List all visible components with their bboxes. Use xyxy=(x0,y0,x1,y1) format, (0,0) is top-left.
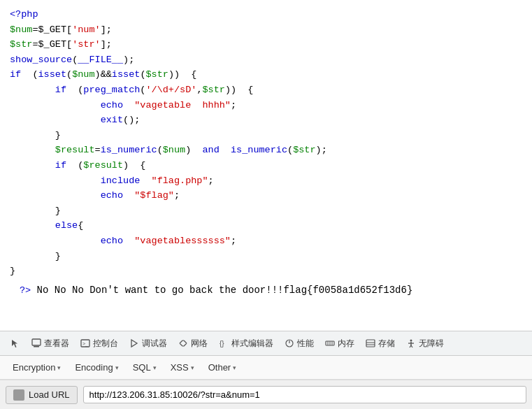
load-url-icon xyxy=(13,389,24,401)
sql-dropdown[interactable]: SQL ▾ xyxy=(127,360,162,375)
style-icon: {} xyxy=(219,338,229,348)
xss-arrow: ▾ xyxy=(191,364,194,371)
other-label: Other xyxy=(208,362,231,373)
accessibility-icon xyxy=(406,338,416,348)
inspector-icon xyxy=(31,338,41,348)
devtool-debugger[interactable]: 调试器 xyxy=(124,335,172,352)
encoding-arrow: ▾ xyxy=(115,364,119,371)
devtool-memory[interactable]: 内存 xyxy=(320,335,359,352)
console-label: 控制台 xyxy=(93,338,118,350)
load-url-button[interactable]: Load URL xyxy=(6,386,78,404)
xss-dropdown[interactable]: XSS ▾ xyxy=(165,360,200,375)
encryption-arrow: ▾ xyxy=(57,364,61,371)
devtool-cursor[interactable] xyxy=(6,336,25,351)
memory-label: 内存 xyxy=(338,338,354,350)
network-icon xyxy=(178,338,188,348)
code-display: <?php $num=$_GET['num']; $str=$_GET['str… xyxy=(0,0,532,331)
xss-label: XSS xyxy=(171,362,189,373)
debugger-icon xyxy=(129,338,139,348)
svg-marker-5 xyxy=(131,340,137,347)
encryption-label: Encryption xyxy=(13,362,55,373)
network-label: 网络 xyxy=(191,338,208,350)
php-close-tag: ?> xyxy=(20,285,31,296)
svg-text:{}: {} xyxy=(220,340,224,347)
devtool-style-editor[interactable]: {} 样式编辑器 xyxy=(214,335,278,352)
devtool-performance[interactable]: 性能 xyxy=(280,335,319,352)
load-url-label: Load URL xyxy=(29,389,70,400)
console-icon: >_ xyxy=(80,338,90,348)
encoding-dropdown[interactable]: Encoding ▾ xyxy=(69,360,124,375)
code-block: <?php $num=$_GET['num']; $str=$_GET['str… xyxy=(10,7,522,279)
output-message: No No No Don't want to go back the door!… xyxy=(31,285,412,296)
accessibility-label: 无障碍 xyxy=(419,338,444,350)
style-label: 样式编辑器 xyxy=(231,338,273,350)
other-dropdown[interactable]: Other ▾ xyxy=(203,360,243,375)
svg-rect-1 xyxy=(32,339,41,345)
svg-rect-12 xyxy=(366,340,375,347)
toolbar-bar: Encryption ▾ Encoding ▾ SQL ▾ XSS ▾ Othe… xyxy=(0,356,532,380)
devtool-storage[interactable]: 存储 xyxy=(361,335,400,352)
performance-icon xyxy=(285,338,294,348)
devtool-inspector[interactable]: 查看器 xyxy=(27,335,74,352)
sql-arrow: ▾ xyxy=(153,364,157,371)
sql-label: SQL xyxy=(133,362,151,373)
encoding-label: Encoding xyxy=(75,362,113,373)
memory-icon xyxy=(325,338,335,348)
svg-line-19 xyxy=(411,345,412,347)
devtool-console[interactable]: >_ 控制台 xyxy=(76,335,123,352)
cursor-icon xyxy=(10,338,20,348)
svg-marker-0 xyxy=(12,340,17,347)
storage-label: 存储 xyxy=(378,338,395,350)
storage-icon xyxy=(366,338,375,348)
debugger-label: 调试器 xyxy=(142,338,167,350)
devtool-accessibility[interactable]: 无障碍 xyxy=(401,335,449,352)
svg-text:>_: >_ xyxy=(82,341,88,347)
performance-label: 性能 xyxy=(297,338,314,350)
devtool-network[interactable]: 网络 xyxy=(173,335,213,352)
output-line: ?> No No No Don't want to go back the do… xyxy=(10,279,522,305)
url-bar: Load URL xyxy=(0,380,532,409)
inspector-label: 查看器 xyxy=(44,338,69,350)
encryption-dropdown[interactable]: Encryption ▾ xyxy=(7,360,66,375)
devtools-bar: 查看器 >_ 控制台 调试器 网络 {} xyxy=(0,331,532,356)
svg-point-15 xyxy=(410,340,412,342)
other-arrow: ▾ xyxy=(233,364,236,371)
url-input[interactable] xyxy=(83,386,526,403)
svg-rect-2 xyxy=(34,346,39,347)
